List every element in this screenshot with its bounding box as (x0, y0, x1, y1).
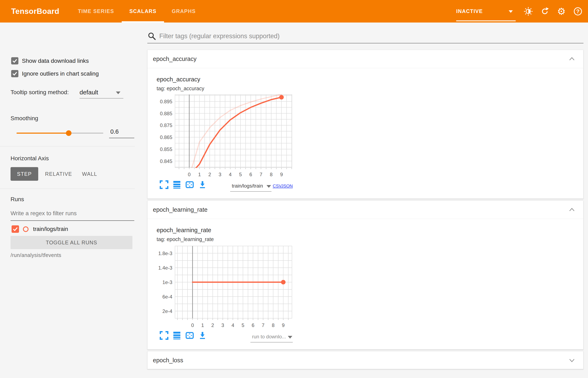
section-epoch-learning-rate: epoch_learning_rate epoch_learning_rate … (147, 201, 583, 350)
svg-text:6: 6 (249, 172, 252, 177)
svg-text:0.865: 0.865 (160, 135, 172, 140)
tooltip-sorting-dropdown[interactable]: default (80, 88, 123, 98)
fit-domain-icon[interactable] (185, 180, 194, 189)
csv-download-link[interactable]: CSV (273, 183, 282, 188)
svg-text:1.4e-3: 1.4e-3 (158, 265, 172, 270)
svg-text:6e-4: 6e-4 (162, 294, 172, 299)
checkbox-checked-icon[interactable] (11, 70, 18, 77)
svg-text:0: 0 (188, 172, 191, 177)
svg-text:2e-4: 2e-4 (162, 308, 172, 314)
download-run-dropdown[interactable]: train/logs/train (230, 182, 272, 192)
run-color-swatch-icon (23, 226, 28, 232)
svg-text:0.845: 0.845 (160, 158, 172, 164)
divider (0, 189, 135, 189)
svg-text:8: 8 (272, 323, 274, 328)
run-filter-underline (11, 220, 134, 221)
json-download-link[interactable]: JSON (281, 183, 293, 188)
svg-text:3: 3 (221, 323, 224, 328)
chart-title: epoch_accuracy (157, 76, 200, 83)
chevron-up-icon[interactable] (569, 56, 575, 62)
svg-text:7: 7 (262, 323, 264, 328)
toggle-all-runs-button[interactable]: TOGGLE ALL RUNS (11, 236, 132, 249)
download-run-dropdown[interactable]: run to downlo... (250, 333, 293, 342)
tab-time-series[interactable]: TIME SERIES (70, 0, 122, 23)
download-icon[interactable] (198, 331, 207, 340)
smoothing-label: Smoothing (11, 115, 38, 122)
section-header[interactable]: epoch_loss (148, 351, 583, 369)
chart-tag: tag: epoch_accuracy (157, 85, 204, 92)
svg-text:2: 2 (211, 323, 214, 328)
svg-text:0: 0 (191, 323, 194, 328)
filter-tags-input[interactable]: Filter tags (regular expressions support… (159, 32, 280, 40)
section-title: epoch_accuracy (153, 50, 196, 68)
app-header: TensorBoard TIME SERIES SCALARS GRAPHS I… (0, 0, 588, 23)
accuracy-line-chart[interactable]: 01234567890.8450.8550.8650.8750.8850.895 (148, 93, 296, 177)
smoothing-slider-fill (16, 133, 68, 134)
app-title: TensorBoard (11, 0, 59, 23)
chevron-up-icon[interactable] (569, 207, 575, 212)
chart-title: epoch_learning_rate (157, 227, 211, 234)
main-content: Filter tags (regular expressions support… (139, 23, 588, 378)
header-controls: INACTIVE (456, 0, 583, 23)
section-title: epoch_loss (153, 351, 183, 369)
smoothing-value-input[interactable]: 0.6 (109, 128, 134, 138)
tensorboard-app: TensorBoard TIME SERIES SCALARS GRAPHS I… (0, 0, 588, 378)
axis-step-button[interactable]: STEP (11, 167, 38, 181)
log-scale-icon[interactable] (172, 180, 181, 189)
ignore-outliers-row: Ignore outliers in chart scaling (11, 70, 99, 77)
log-scale-icon[interactable] (172, 331, 181, 340)
divider (148, 68, 583, 68)
chevron-down-icon (116, 92, 121, 94)
svg-text:?: ? (576, 8, 579, 14)
horizontal-axis-label: Horizontal Axis (11, 155, 49, 162)
axis-wall-button[interactable]: WALL (82, 167, 97, 181)
svg-text:2: 2 (208, 172, 211, 177)
settings-gear-icon[interactable]: ⚙ (557, 7, 566, 16)
svg-text:9: 9 (280, 172, 283, 177)
fit-domain-icon[interactable] (185, 331, 194, 340)
smoothing-slider[interactable] (16, 133, 103, 134)
smoothing-slider-thumb[interactable] (66, 130, 71, 136)
help-icon[interactable]: ? (573, 7, 583, 16)
download-run-placeholder: run to downlo... (250, 334, 286, 339)
chevron-down-icon[interactable] (569, 358, 575, 363)
log-directory-path: /run/analysis/tfevents (11, 252, 61, 258)
refresh-icon[interactable] (540, 7, 549, 16)
runs-label: Runs (11, 196, 24, 203)
filter-tags-underline (147, 43, 583, 43)
download-run-value: train/logs/train (230, 183, 263, 189)
divider (148, 219, 583, 219)
learning-rate-line-chart[interactable]: 01234567892e-46e-41e-31.4e-31.8e-3 (148, 244, 296, 328)
axis-relative-button[interactable]: RELATIVE (45, 167, 72, 181)
svg-text:1e-3: 1e-3 (162, 280, 172, 285)
svg-text:3: 3 (219, 172, 221, 177)
nav-tabs: TIME SERIES SCALARS GRAPHS (70, 0, 203, 23)
run-filter-input[interactable]: Write a regex to filter runs (11, 210, 77, 217)
brightness-icon[interactable] (523, 7, 533, 16)
svg-text:5: 5 (242, 323, 244, 328)
svg-text:4: 4 (232, 323, 234, 328)
chart-toolbar (160, 180, 207, 189)
fullscreen-icon[interactable] (160, 180, 169, 189)
svg-text:1: 1 (201, 323, 204, 328)
search-icon (147, 32, 156, 41)
run-checkbox-checked-icon[interactable] (12, 225, 19, 233)
tab-scalars[interactable]: SCALARS (122, 0, 164, 23)
svg-text:0.875: 0.875 (160, 122, 172, 128)
svg-text:4: 4 (229, 172, 232, 177)
fullscreen-icon[interactable] (160, 331, 169, 340)
status-dropdown[interactable]: INACTIVE (456, 0, 517, 23)
svg-text:1: 1 (198, 172, 201, 177)
chevron-down-icon (267, 185, 271, 188)
svg-text:0.885: 0.885 (160, 111, 172, 116)
tab-graphs[interactable]: GRAPHS (164, 0, 203, 23)
download-icon[interactable] (198, 180, 207, 189)
svg-text:0.895: 0.895 (160, 99, 172, 104)
checkbox-checked-icon[interactable] (11, 57, 18, 65)
chevron-down-icon (509, 10, 513, 13)
divider (0, 146, 135, 147)
section-header[interactable]: epoch_accuracy (148, 50, 583, 68)
section-header[interactable]: epoch_learning_rate (148, 201, 583, 219)
chevron-down-icon (288, 336, 292, 338)
section-epoch-accuracy: epoch_accuracy epoch_accuracy tag: epoch… (147, 50, 583, 199)
